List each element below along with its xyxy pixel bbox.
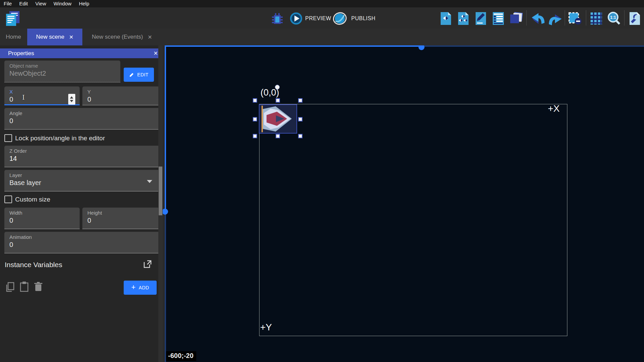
debugger-icon[interactable]: [271, 12, 284, 26]
toolbar-divider: [586, 10, 586, 26]
grid-icon[interactable]: [590, 11, 603, 26]
tab-home[interactable]: Home: [0, 29, 27, 45]
menu-edit[interactable]: Edit: [15, 0, 32, 7]
z-order-value: 14: [9, 155, 17, 162]
y-position-field[interactable]: Y 0: [82, 86, 160, 105]
edit-button-label: EDIT: [137, 72, 149, 77]
lock-position-checkbox[interactable]: [4, 134, 12, 142]
x-field-stepper[interactable]: [68, 94, 75, 105]
y-field-value: 0: [87, 96, 91, 103]
width-label: Width: [9, 210, 22, 216]
menu-window[interactable]: Window: [50, 0, 75, 7]
menu-help[interactable]: Help: [75, 0, 93, 7]
resize-handle-bottom-right[interactable]: [298, 134, 303, 138]
angle-field[interactable]: Angle 0: [4, 108, 160, 130]
tab-home-label: Home: [6, 34, 21, 40]
delete-icon[interactable]: [34, 282, 43, 292]
tab-new-scene-events-label: New scene (Events): [92, 34, 143, 40]
width-field[interactable]: Width 0: [4, 208, 80, 229]
x-axis-label: +X: [548, 103, 560, 114]
angle-field-label: Angle: [9, 110, 22, 116]
add-variable-button[interactable]: + ADD: [124, 281, 157, 295]
paste-icon[interactable]: [19, 281, 29, 292]
resize-handle-bottom-center[interactable]: [276, 134, 280, 138]
width-value: 0: [9, 217, 13, 224]
panel-scrollbar-track[interactable]: [158, 45, 163, 362]
copy-icon[interactable]: [5, 282, 15, 292]
stepper-up-icon[interactable]: [70, 96, 73, 99]
project-settings-icon[interactable]: [628, 11, 641, 26]
stepper-down-icon[interactable]: [70, 100, 73, 102]
scene-canvas[interactable]: (0,0) +X +Y -600;-20: [163, 45, 644, 362]
panel-title: Properties: [8, 50, 34, 57]
tab-bar: Home New scene ✕ New scene (Events) ✕: [0, 29, 644, 45]
resize-handle-mid-right[interactable]: [298, 117, 303, 121]
x-position-field[interactable]: X 0: [4, 86, 80, 105]
scene-window-bounds: [259, 104, 567, 336]
clear-selection-icon[interactable]: [568, 11, 582, 26]
menu-bar: File Edit View Window Help: [0, 0, 644, 7]
plus-icon: +: [131, 283, 135, 292]
tab-close-icon[interactable]: ✕: [148, 34, 152, 40]
scene-properties-icon[interactable]: [474, 11, 487, 26]
canvas-vscroll-indicator-rest[interactable]: [165, 212, 166, 362]
edit-button[interactable]: EDIT: [124, 68, 154, 82]
panel-scrollbar-thumb[interactable]: [159, 167, 162, 215]
canvas-vscroll-knob[interactable]: [163, 209, 168, 215]
canvas-hscroll-knob[interactable]: [418, 45, 425, 50]
height-field[interactable]: Height 0: [82, 208, 160, 229]
selected-instance[interactable]: [259, 104, 297, 134]
resize-handle-mid-left[interactable]: [253, 117, 257, 121]
height-label: Height: [87, 210, 102, 216]
object-name-value: NewObject2: [9, 70, 46, 77]
canvas-hscroll-indicator-rest[interactable]: [421, 45, 644, 47]
angle-field-value: 0: [9, 117, 13, 125]
menu-view[interactable]: View: [32, 0, 50, 7]
undo-icon[interactable]: [530, 12, 545, 25]
panel-close-icon[interactable]: ✕: [154, 48, 158, 58]
tab-close-icon[interactable]: ✕: [69, 34, 73, 40]
object-name-field[interactable]: Object name NewObject2: [4, 61, 120, 82]
canvas-vscroll-indicator[interactable]: [165, 47, 166, 212]
mouse-coordinates-badge: -600;-20: [166, 351, 196, 361]
open-in-new-icon[interactable]: [143, 259, 152, 269]
z-order-field[interactable]: Z Order 14: [4, 146, 160, 167]
lock-position-label: Lock position/angle in the editor: [15, 135, 105, 142]
svg-text:1:1: 1:1: [610, 15, 616, 20]
resize-handle-top-right[interactable]: [298, 98, 303, 103]
project-manager-icon[interactable]: [5, 10, 20, 27]
objects-groups-icon[interactable]: [456, 11, 470, 26]
rotate-handle[interactable]: [275, 85, 280, 89]
publish-button[interactable]: PUBLISH: [351, 15, 375, 22]
custom-size-label: Custom size: [15, 196, 50, 203]
menu-file[interactable]: File: [0, 0, 15, 7]
canvas-hscroll-indicator[interactable]: [165, 45, 421, 47]
y-axis-label: +Y: [260, 322, 272, 333]
animation-field[interactable]: Animation 0: [4, 232, 160, 253]
layer-dropdown[interactable]: Layer Base layer: [4, 170, 160, 191]
custom-size-checkbox[interactable]: [4, 195, 12, 203]
layer-value: Base layer: [9, 179, 41, 187]
tab-new-scene-events[interactable]: New scene (Events) ✕: [83, 29, 161, 45]
z-order-label: Z Order: [9, 148, 27, 154]
properties-panel-header: Properties ✕: [0, 48, 163, 58]
objects-list-icon[interactable]: [439, 11, 452, 26]
layers-icon[interactable]: [509, 11, 523, 26]
preview-play-icon[interactable]: [290, 12, 303, 25]
tab-new-scene[interactable]: New scene ✕: [27, 29, 82, 45]
resize-handle-top-center[interactable]: [276, 98, 280, 103]
tab-new-scene-label: New scene: [36, 34, 64, 40]
resize-handle-bottom-left[interactable]: [253, 134, 257, 138]
preview-button[interactable]: PREVIEW: [305, 15, 331, 22]
resize-handle-top-left[interactable]: [253, 98, 257, 103]
chevron-down-icon[interactable]: [147, 180, 152, 183]
toolbar-divider: [624, 10, 625, 26]
text-cursor: I: [22, 94, 25, 101]
zoom-original-icon[interactable]: 1:1: [607, 11, 621, 26]
height-value: 0: [87, 217, 91, 224]
publish-globe-icon[interactable]: [333, 12, 347, 25]
redo-icon[interactable]: [547, 12, 562, 26]
instances-list-icon[interactable]: [491, 11, 505, 26]
animation-value: 0: [9, 241, 13, 249]
gdevelop-window: File Edit View Window Help: [0, 0, 644, 362]
